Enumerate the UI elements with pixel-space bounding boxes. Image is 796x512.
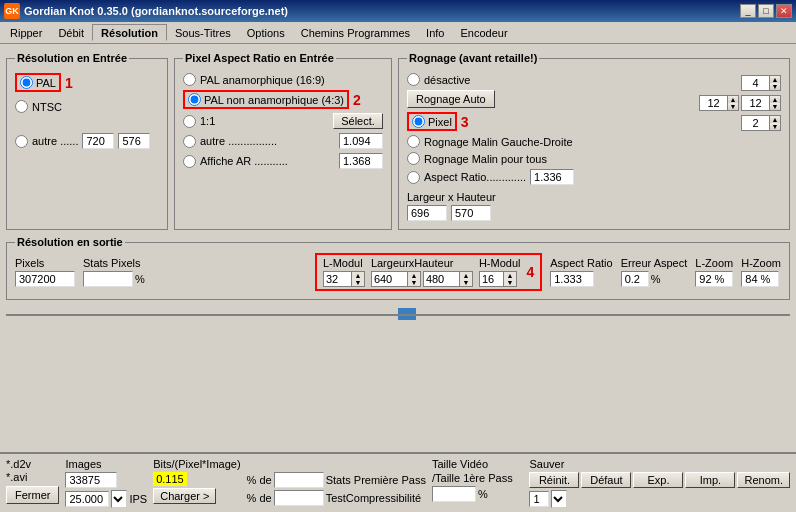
menu-options[interactable]: Options <box>239 24 293 41</box>
taille-pct-input[interactable] <box>432 486 476 502</box>
sauver-dropdown[interactable]: ▼ <box>551 490 567 508</box>
stats-prem-pass-label: Stats Première Pass <box>326 474 426 486</box>
pal-radio[interactable] <box>20 76 33 89</box>
menu-encodeur[interactable]: Encodeur <box>452 24 515 41</box>
autre-radio[interactable] <box>15 135 28 148</box>
spin2-group: ▲ ▼ ▲ ▼ <box>699 95 781 111</box>
menu-ripper[interactable]: Ripper <box>2 24 50 41</box>
spin1-down[interactable]: ▼ <box>770 83 780 90</box>
bits-label: Bits/(Pixel*Image) <box>153 458 240 470</box>
autre-width-input[interactable] <box>82 133 114 149</box>
menu-debit[interactable]: Débit <box>50 24 92 41</box>
hauteur-up[interactable]: ▲ <box>460 272 472 279</box>
imp-button[interactable]: Imp. <box>685 472 735 488</box>
par-pal-non-marker: PAL non anamorphique (4:3) <box>183 90 349 109</box>
lxh-marker-box: L-Modul ▲ ▼ LargeurxHauteur <box>315 253 542 291</box>
par-autre-val[interactable] <box>339 133 383 149</box>
menu-resolution[interactable]: Résolution <box>92 24 167 41</box>
spin1-arrows: ▲ ▼ <box>769 75 781 91</box>
par-affiche-radio[interactable] <box>183 155 196 168</box>
progress-area <box>6 306 790 322</box>
app-icon: GK <box>4 3 20 19</box>
sauver-col: Sauver Réinit. Défaut Exp. Imp. Renom. ▼ <box>529 458 790 508</box>
h-modul-up[interactable]: ▲ <box>504 272 516 279</box>
l-zoom-label: L-Zoom <box>695 257 733 269</box>
bits-val: 0.115 <box>153 472 187 486</box>
h-modul-input[interactable] <box>479 271 503 287</box>
rog-pixel-radio[interactable] <box>412 115 425 128</box>
rognage-auto-button[interactable]: Rognage Auto <box>407 90 495 108</box>
spin1-up[interactable]: ▲ <box>770 76 780 83</box>
spin2b-up[interactable]: ▲ <box>770 96 780 103</box>
rog-aspect-radio[interactable] <box>407 171 420 184</box>
hauteur-arrows: ▲ ▼ <box>459 271 473 287</box>
pct1-input[interactable] <box>274 472 324 488</box>
h-modul-down[interactable]: ▼ <box>504 279 516 286</box>
images-input[interactable] <box>65 472 117 488</box>
spin1-input[interactable] <box>741 75 769 91</box>
largeur-down[interactable]: ▼ <box>408 279 420 286</box>
rog-largeur-val[interactable] <box>407 205 447 221</box>
hauteur-input[interactable] <box>423 271 459 287</box>
hauteur-down[interactable]: ▼ <box>460 279 472 286</box>
h-zoom-label: H-Zoom <box>741 257 781 269</box>
par-autre-radio[interactable] <box>183 135 196 148</box>
par-affiche-val[interactable] <box>339 153 383 169</box>
stats-pixels-input[interactable] <box>83 271 133 287</box>
fps-row: ▼ IPS <box>65 490 147 508</box>
par-pal-non-radio[interactable] <box>188 93 201 106</box>
titlebar-controls[interactable]: _ □ ✕ <box>740 4 792 18</box>
spin2a-input[interactable] <box>699 95 727 111</box>
menu-info[interactable]: Info <box>418 24 452 41</box>
pixels-input[interactable] <box>15 271 75 287</box>
ntsc-label: NTSC <box>32 101 62 113</box>
reinit-button[interactable]: Réinit. <box>529 472 579 488</box>
spin2b-input[interactable] <box>741 95 769 111</box>
ntsc-radio[interactable] <box>15 100 28 113</box>
select-button[interactable]: Sélect. <box>333 113 383 129</box>
pixel-badge: 3 <box>461 114 469 130</box>
par-pal-ana-label: PAL anamorphique (16:9) <box>200 74 325 86</box>
l-modul-up[interactable]: ▲ <box>352 272 364 279</box>
autre-height-input[interactable] <box>118 133 150 149</box>
menu-sous-titres[interactable]: Sous-Titres <box>167 24 239 41</box>
test-compress-label: TestCompressibilité <box>326 492 421 504</box>
aspect-ratio-input[interactable] <box>550 271 594 287</box>
spin2a-arrows: ▲ ▼ <box>727 95 739 111</box>
rog-malin-gd-radio[interactable] <box>407 135 420 148</box>
fermer-button[interactable]: Fermer <box>6 486 59 504</box>
erreur-input[interactable] <box>621 271 649 287</box>
largeur-up[interactable]: ▲ <box>408 272 420 279</box>
rog-aspect-val[interactable] <box>530 169 574 185</box>
charger-button[interactable]: Charger > <box>153 488 216 504</box>
rog-malin-all-label: Rognage Malin pour tous <box>424 153 547 165</box>
spin3-down[interactable]: ▼ <box>770 123 780 130</box>
renom-button[interactable]: Renom. <box>737 472 790 488</box>
menu-chemins[interactable]: Chemins Programmes <box>293 24 418 41</box>
largeur-input[interactable] <box>371 271 407 287</box>
rog-malin-all-radio[interactable] <box>407 152 420 165</box>
spin2a-up[interactable]: ▲ <box>728 96 738 103</box>
par-pal-ana-radio[interactable] <box>183 73 196 86</box>
spin2b-down[interactable]: ▼ <box>770 103 780 110</box>
ntsc-radio-row: NTSC <box>15 100 159 113</box>
exp-button[interactable]: Exp. <box>633 472 683 488</box>
pct2-input[interactable] <box>274 490 324 506</box>
spin2a-down[interactable]: ▼ <box>728 103 738 110</box>
fps-dropdown[interactable]: ▼ <box>111 490 127 508</box>
l-modul-input[interactable] <box>323 271 351 287</box>
spin3-input[interactable] <box>741 115 769 131</box>
l-modul-down[interactable]: ▼ <box>352 279 364 286</box>
defaut-button[interactable]: Défaut <box>581 472 631 488</box>
rog-desactive-radio[interactable] <box>407 73 420 86</box>
minimize-button[interactable]: _ <box>740 4 756 18</box>
spin3-up[interactable]: ▲ <box>770 116 780 123</box>
fps-input[interactable] <box>65 491 109 507</box>
sauver-val[interactable] <box>529 491 549 507</box>
par-1-1-radio[interactable] <box>183 115 196 128</box>
rog-hauteur-val[interactable] <box>451 205 491 221</box>
close-button[interactable]: ✕ <box>776 4 792 18</box>
l-zoom-input[interactable] <box>695 271 733 287</box>
h-zoom-input[interactable] <box>741 271 779 287</box>
maximize-button[interactable]: □ <box>758 4 774 18</box>
